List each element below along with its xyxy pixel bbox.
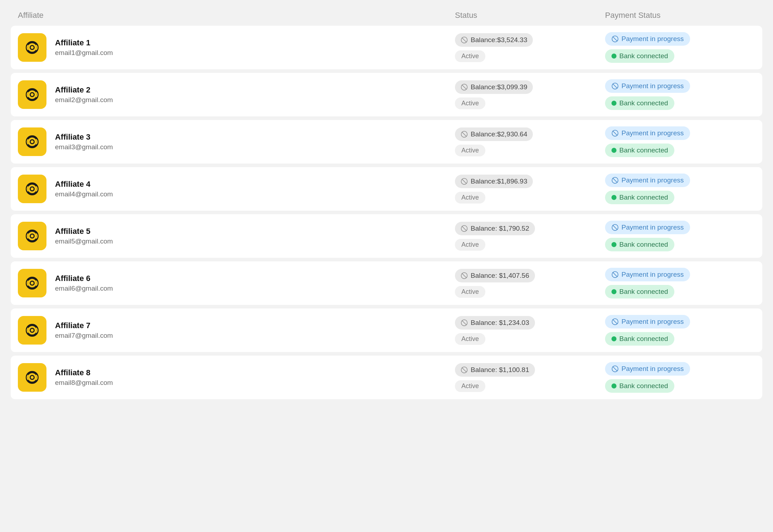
affiliate-email: email2@gmail.com <box>55 96 113 104</box>
green-dot-icon <box>611 336 616 341</box>
green-dot-icon <box>611 195 616 200</box>
balance-badge: Balance:$1,896.93 <box>455 175 533 188</box>
payment-status-label: Payment in progress <box>621 365 684 373</box>
svg-line-51 <box>462 273 467 278</box>
svg-line-69 <box>462 367 467 372</box>
affiliate-text-info: Affiliate 3 email3@gmail.com <box>55 132 113 151</box>
bank-status-label: Bank connected <box>619 146 668 154</box>
status-col: Balance:$3,099.39 Active <box>455 80 605 109</box>
affiliate-name: Affiliate 5 <box>55 227 113 236</box>
affiliate-text-info: Affiliate 7 email7@gmail.com <box>55 321 113 340</box>
affiliate-name: Affiliate 3 <box>55 132 113 142</box>
bank-connected-badge: Bank connected <box>605 332 674 346</box>
balance-badge: Balance: $1,407.56 <box>455 269 535 282</box>
bank-connected-badge: Bank connected <box>605 96 674 110</box>
payment-ban-icon <box>611 177 619 184</box>
bank-status-label: Bank connected <box>619 382 668 390</box>
payment-col: Payment in progress Bank connected <box>605 315 755 346</box>
bank-status-label: Bank connected <box>619 335 668 343</box>
payment-status-col-header: Payment Status <box>605 11 755 20</box>
status-col: Balance: $1,407.56 Active <box>455 269 605 298</box>
payment-in-progress-badge: Payment in progress <box>605 268 690 281</box>
payment-col: Payment in progress Bank connected <box>605 79 755 110</box>
balance-badge: Balance:$2,930.64 <box>455 127 533 141</box>
bank-connected-badge: Bank connected <box>605 238 674 251</box>
svg-line-8 <box>613 37 618 41</box>
balance-badge: Balance: $1,100.81 <box>455 363 535 377</box>
svg-line-24 <box>462 132 467 136</box>
svg-line-71 <box>613 367 618 371</box>
table-row[interactable]: Affiliate 8 email8@gmail.com Balance: $1… <box>11 356 762 399</box>
balance-value: Balance: $1,100.81 <box>471 366 529 374</box>
ban-icon <box>461 84 468 91</box>
table-row[interactable]: Affiliate 5 email5@gmail.com Balance: $1… <box>11 214 762 258</box>
active-badge: Active <box>455 192 485 204</box>
avatar <box>18 33 46 62</box>
avatar <box>18 222 46 250</box>
table-row[interactable]: Affiliate 3 email3@gmail.com Balance:$2,… <box>11 120 762 164</box>
payment-in-progress-badge: Payment in progress <box>605 315 690 328</box>
payment-status-label: Payment in progress <box>621 129 684 137</box>
table-row[interactable]: Affiliate 7 email7@gmail.com Balance: $1… <box>11 308 762 352</box>
table-row[interactable]: Affiliate 4 email4@gmail.com Balance:$1,… <box>11 167 762 211</box>
active-badge: Active <box>455 97 485 109</box>
svg-line-60 <box>462 320 467 325</box>
balance-value: Balance:$1,896.93 <box>471 177 527 185</box>
payment-col: Payment in progress Bank connected <box>605 268 755 298</box>
bank-connected-badge: Bank connected <box>605 191 674 204</box>
avatar <box>18 127 46 156</box>
svg-point-40 <box>31 235 34 237</box>
bank-status-label: Bank connected <box>619 52 668 60</box>
table-row[interactable]: Affiliate 2 email2@gmail.com Balance:$3,… <box>11 73 762 116</box>
table-row[interactable]: Affiliate 1 email1@gmail.com Balance:$3,… <box>11 26 762 69</box>
active-badge: Active <box>455 50 485 62</box>
svg-line-62 <box>613 320 618 324</box>
affiliate-info: Affiliate 5 email5@gmail.com <box>18 222 455 250</box>
payment-status-label: Payment in progress <box>621 35 684 43</box>
svg-point-49 <box>31 282 34 285</box>
affiliate-text-info: Affiliate 6 email6@gmail.com <box>55 274 113 292</box>
balance-badge: Balance:$3,099.39 <box>455 80 533 94</box>
affiliate-name: Affiliate 7 <box>55 321 113 330</box>
svg-line-33 <box>462 179 467 184</box>
green-dot-icon <box>611 242 616 247</box>
payment-status-label: Payment in progress <box>621 224 684 231</box>
green-dot-icon <box>611 101 616 106</box>
status-col: Balance: $1,234.03 Active <box>455 316 605 345</box>
svg-point-13 <box>31 93 34 96</box>
ban-icon <box>461 131 468 138</box>
affiliate-info: Affiliate 1 email1@gmail.com <box>18 33 455 62</box>
ban-icon <box>461 272 468 279</box>
affiliate-email: email5@gmail.com <box>55 237 113 245</box>
payment-status-label: Payment in progress <box>621 176 684 184</box>
bank-connected-badge: Bank connected <box>605 379 674 393</box>
green-dot-icon <box>611 289 616 294</box>
affiliate-email: email4@gmail.com <box>55 190 113 198</box>
affiliate-email: email8@gmail.com <box>55 379 113 387</box>
ban-icon <box>461 319 468 326</box>
affiliate-email: email1@gmail.com <box>55 49 113 57</box>
affiliate-name: Affiliate 2 <box>55 85 113 95</box>
svg-point-4 <box>31 46 34 49</box>
balance-badge: Balance:$3,524.33 <box>455 33 533 47</box>
payment-in-progress-badge: Payment in progress <box>605 32 690 46</box>
affiliate-name: Affiliate 1 <box>55 38 113 47</box>
avatar <box>18 175 46 203</box>
payment-ban-icon <box>611 271 619 278</box>
table-row[interactable]: Affiliate 6 email6@gmail.com Balance: $1… <box>11 261 762 305</box>
svg-line-42 <box>462 226 467 231</box>
status-col-header: Status <box>455 11 605 20</box>
svg-line-6 <box>462 37 467 42</box>
status-col: Balance: $1,790.52 Active <box>455 222 605 251</box>
affiliate-info: Affiliate 4 email4@gmail.com <box>18 175 455 203</box>
affiliate-info: Affiliate 2 email2@gmail.com <box>18 80 455 109</box>
active-badge: Active <box>455 239 485 251</box>
affiliate-col-header: Affiliate <box>18 11 455 20</box>
bank-status-label: Bank connected <box>619 194 668 201</box>
payment-in-progress-badge: Payment in progress <box>605 126 690 140</box>
affiliate-info: Affiliate 6 email6@gmail.com <box>18 269 455 297</box>
active-badge: Active <box>455 333 485 345</box>
balance-value: Balance:$2,930.64 <box>471 130 527 138</box>
payment-status-label: Payment in progress <box>621 82 684 90</box>
payment-in-progress-badge: Payment in progress <box>605 174 690 187</box>
